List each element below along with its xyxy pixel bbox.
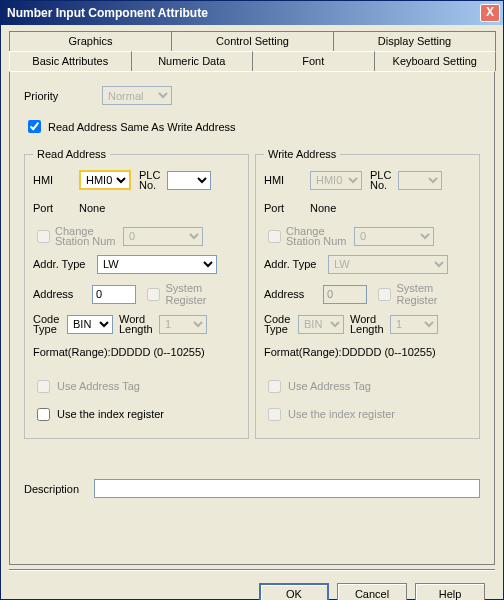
- description-input[interactable]: [94, 479, 480, 498]
- port-label: Port: [264, 202, 310, 214]
- ok-button[interactable]: OK: [259, 583, 329, 600]
- write-hmi-select: HMI0: [310, 171, 362, 190]
- priority-select: Normal: [102, 86, 172, 105]
- write-address-group: Write Address HMI HMI0 PLC No. Port: [255, 148, 480, 439]
- same-address-label: Read Address Same As Write Address: [48, 121, 236, 133]
- change-station-label: Change Station Num: [286, 226, 354, 246]
- read-change-station-checkbox: [37, 230, 50, 243]
- tab-control-setting[interactable]: Control Setting: [171, 31, 334, 51]
- use-addr-tag-label: Use Address Tag: [57, 380, 140, 392]
- tab-label: Font: [302, 55, 324, 67]
- write-format-label: Format(Range):DDDDD (0--10255): [264, 346, 436, 358]
- content-area: Graphics Control Setting Display Setting…: [1, 25, 503, 600]
- tab-label: Numeric Data: [158, 55, 225, 67]
- write-address-legend: Write Address: [264, 148, 340, 160]
- read-addr-type-select[interactable]: LW: [97, 255, 217, 274]
- help-button[interactable]: Help: [415, 583, 485, 600]
- read-system-register-checkbox: [147, 288, 160, 301]
- tab-row-1: Graphics Control Setting Display Setting: [9, 31, 495, 51]
- addr-type-label: Addr. Type: [264, 258, 328, 270]
- read-code-type-select[interactable]: BIN: [67, 315, 113, 334]
- write-use-index-register-checkbox: [268, 408, 281, 421]
- priority-row: Priority Normal: [24, 86, 480, 105]
- dialog-button-row: OK Cancel Help: [9, 577, 495, 600]
- tab-label: Keyboard Setting: [393, 55, 477, 67]
- read-address-group: Read Address HMI HMI0 PLC No. Port: [24, 148, 249, 439]
- system-register-label: System Register: [165, 282, 240, 306]
- write-plc-no-select: [398, 171, 442, 190]
- plc-no-label: PLC No.: [139, 170, 167, 190]
- cancel-label: Cancel: [355, 588, 389, 600]
- use-index-register-label: Use the index register: [288, 408, 395, 420]
- close-icon: X: [486, 5, 494, 19]
- write-port-value: None: [310, 202, 336, 214]
- write-code-type-select: BIN: [298, 315, 344, 334]
- write-word-length-select: 1: [390, 315, 438, 334]
- read-format-label: Format(Range):DDDDD (0--10255): [33, 346, 205, 358]
- tab-row-2: Basic Attributes Numeric Data Font Keybo…: [9, 51, 495, 71]
- tab-font[interactable]: Font: [252, 51, 375, 71]
- system-register-label: System Register: [396, 282, 471, 306]
- tab-keyboard-setting[interactable]: Keyboard Setting: [374, 51, 497, 71]
- hmi-label: HMI: [264, 174, 310, 186]
- tab-panel-basic-attributes: Priority Normal Read Address Same As Wri…: [9, 71, 495, 565]
- description-row: Description: [24, 479, 480, 498]
- write-address-input: [323, 285, 367, 304]
- same-address-row: Read Address Same As Write Address: [24, 117, 480, 136]
- change-station-label: Change Station Num: [55, 226, 123, 246]
- plc-no-label: PLC No.: [370, 170, 398, 190]
- ok-label: OK: [286, 588, 302, 600]
- word-length-label: Word Length: [350, 314, 390, 334]
- port-label: Port: [33, 202, 79, 214]
- read-word-length-select: 1: [159, 315, 207, 334]
- help-label: Help: [439, 588, 462, 600]
- read-change-station-select: 0: [123, 227, 203, 246]
- write-change-station-checkbox: [268, 230, 281, 243]
- priority-label: Priority: [24, 90, 102, 102]
- write-change-station-select: 0: [354, 227, 434, 246]
- description-label: Description: [24, 483, 94, 495]
- tab-label: Basic Attributes: [32, 55, 108, 67]
- addr-type-label: Addr. Type: [33, 258, 97, 270]
- read-address-input[interactable]: [92, 285, 136, 304]
- title-bar: Number Input Component Attribute X: [1, 1, 503, 25]
- tab-label: Display Setting: [378, 35, 451, 47]
- read-use-addr-tag-checkbox: [37, 380, 50, 393]
- read-plc-no-select[interactable]: [167, 171, 211, 190]
- read-hmi-select[interactable]: HMI0: [79, 170, 131, 190]
- code-type-label: Code Type: [264, 314, 298, 334]
- separator: [9, 569, 495, 571]
- tab-display-setting[interactable]: Display Setting: [333, 31, 496, 51]
- window-title: Number Input Component Attribute: [7, 6, 208, 20]
- cancel-button[interactable]: Cancel: [337, 583, 407, 600]
- read-port-value: None: [79, 202, 105, 214]
- dialog-window: Number Input Component Attribute X Graph…: [0, 0, 504, 600]
- read-use-index-register-checkbox[interactable]: [37, 408, 50, 421]
- write-addr-type-select: LW: [328, 255, 448, 274]
- write-system-register-checkbox: [378, 288, 391, 301]
- same-address-checkbox[interactable]: [28, 120, 41, 133]
- read-address-legend: Read Address: [33, 148, 110, 160]
- hmi-label: HMI: [33, 174, 79, 186]
- use-addr-tag-label: Use Address Tag: [288, 380, 371, 392]
- word-length-label: Word Length: [119, 314, 159, 334]
- tab-graphics[interactable]: Graphics: [9, 31, 172, 51]
- tab-label: Control Setting: [216, 35, 289, 47]
- address-label: Address: [33, 288, 92, 300]
- close-button[interactable]: X: [480, 4, 500, 22]
- use-index-register-label: Use the index register: [57, 408, 164, 420]
- tab-label: Graphics: [68, 35, 112, 47]
- tab-numeric-data[interactable]: Numeric Data: [131, 51, 254, 71]
- write-use-addr-tag-checkbox: [268, 380, 281, 393]
- address-columns: Read Address HMI HMI0 PLC No. Port: [24, 148, 480, 439]
- address-label: Address: [264, 288, 323, 300]
- tab-basic-attributes[interactable]: Basic Attributes: [9, 51, 132, 71]
- code-type-label: Code Type: [33, 314, 67, 334]
